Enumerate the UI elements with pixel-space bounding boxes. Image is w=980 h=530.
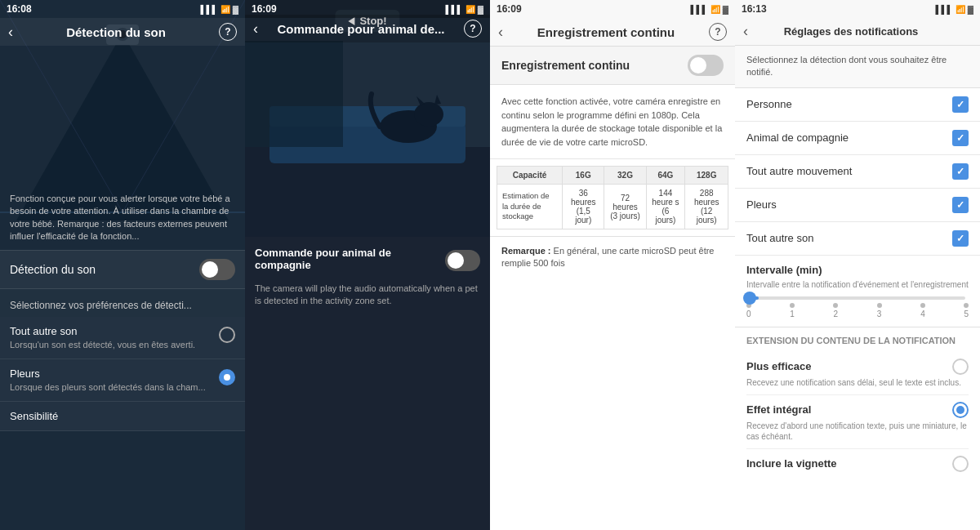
battery-icon-3: ▓ (723, 5, 728, 14)
slider-track[interactable] (750, 296, 965, 300)
radio-circle-1 (219, 327, 235, 343)
table-header-16g: 16G (563, 167, 604, 185)
signal-icon-4: ▌▌▌ (935, 5, 952, 14)
slider-label-4: 4 (920, 310, 925, 318)
checkbox-pleurs (952, 197, 969, 213)
continuous-rec-toggle[interactable] (688, 55, 724, 76)
detection-toggle-label: Détection du son (10, 263, 96, 276)
status-bar-4: 16:13 ▌▌▌ 📶 ▓ (735, 0, 980, 18)
radio-option-title-2: Effet intégral (746, 403, 811, 416)
radio-outline-3 (952, 456, 969, 472)
panel1-title: Détection du son (13, 25, 219, 39)
time-4: 16:13 (742, 3, 767, 15)
radio-inclure-vignette[interactable]: Inclure la vignette (746, 449, 969, 479)
option-text-2: Pleurs Lorsque des pleurs sont détectés … (10, 367, 212, 393)
notification-intro: Sélectionnez la détection dont vous souh… (735, 46, 980, 88)
storage-table-wrapper: Capacité 16G 32G 64G 128G Estimation de … (490, 159, 735, 237)
radio-option-title-1: Plus efficace (746, 360, 812, 372)
radio-outline-2 (952, 402, 969, 418)
battery-icon-2: ▓ (478, 5, 483, 14)
slider-label-1: 1 (790, 310, 795, 318)
panel-detection-son: 16:08 ▌▌▌ 📶 ▓ ‹ Détection du son ? (0, 0, 245, 530)
radio-option-header-1: Plus efficace (746, 359, 969, 375)
check-personne[interactable]: Personne (735, 88, 980, 122)
panel1-description: Fonction conçue pour vous alerter lorsqu… (0, 46, 245, 250)
option-title-2: Pleurs (10, 367, 212, 380)
wifi-icon-4: 📶 (956, 5, 965, 14)
checkbox-mouvement (952, 163, 969, 180)
sensibility-label: Sensibilité (10, 410, 58, 422)
remark-title: Remarque : (501, 246, 551, 256)
interval-title: Intervalle (min) (746, 264, 969, 276)
table-header-64g: 64G (646, 167, 685, 185)
table-cell-32g: 72 heures (3 jours) (604, 185, 646, 229)
pet-toggle[interactable] (445, 250, 480, 271)
option-tout-autre-son[interactable]: Tout autre son Lorsqu'un son est détecté… (0, 317, 245, 359)
sensibility-row[interactable]: Sensibilité (0, 402, 245, 431)
option-text-1: Tout autre son Lorsqu'un son est détecté… (10, 325, 212, 350)
radio-option-desc-2: Recevez d'abord une notification texte, … (746, 421, 969, 442)
panel4-header: ‹ Réglages des notifications (735, 18, 980, 46)
pet-toggle-row: Commande pour animal de compagnie (255, 247, 480, 274)
interval-desc: Intervalle entre la notification d'événe… (746, 279, 969, 290)
check-animal[interactable]: Animal de compagnie (735, 122, 980, 155)
status-icons-1: ▌▌▌ 📶 ▓ (200, 5, 238, 14)
option-pleurs[interactable]: Pleurs Lorsque des pleurs sont détectés … (0, 359, 245, 402)
check-pleurs[interactable]: Pleurs (735, 189, 980, 222)
slider-dots (746, 303, 969, 308)
time-1: 16:08 (7, 3, 32, 15)
radio-option-desc-1: Recevez une notification sans délai, seu… (746, 377, 969, 388)
section-title-row: Sélectionnez vos préférences de détecti.… (0, 289, 245, 317)
slider-label-3: 3 (877, 310, 882, 318)
detection-toggle[interactable] (199, 259, 235, 280)
table-row: Estimation de la durée de stockage 36 he… (497, 185, 728, 229)
slider-labels: 0 1 2 3 4 5 (746, 310, 969, 318)
panel1-content: Fonction conçue pour vous alerter lorsqu… (0, 46, 245, 530)
option-title-1: Tout autre son (10, 325, 212, 337)
check-mouvement[interactable]: Tout autre mouvement (735, 155, 980, 189)
time-2: 16:09 (252, 3, 277, 15)
panel-notification-settings: 16:13 ▌▌▌ 📶 ▓ ‹ Réglages des notificatio… (735, 0, 980, 530)
panel2-header: ‹ Commande pour animal de... ? (245, 15, 490, 42)
panel2-title: Commande pour animal de... (258, 22, 464, 36)
panel2-content: Commande pour animal de compagnie The ca… (245, 237, 490, 530)
checkbox-tout-son (952, 230, 969, 247)
panel1-header: ‹ Détection du son ? (0, 18, 245, 46)
table-header-label: Capacité (497, 167, 563, 185)
pet-command-title: Commande pour animal de compagnie (255, 247, 445, 271)
status-icons-4: ▌▌▌ 📶 ▓ (935, 5, 973, 14)
table-cell-label: Estimation de la durée de stockage (497, 185, 563, 229)
battery-icon-4: ▓ (968, 5, 973, 14)
extension-title: Extension du contenu de la notification (746, 336, 969, 345)
help-button-1[interactable]: ? (219, 23, 237, 41)
help-button-3[interactable]: ? (709, 23, 727, 41)
radio-plus-efficace[interactable]: Plus efficace Recevez une notification s… (746, 352, 969, 395)
slider-thumb[interactable] (743, 292, 756, 305)
radio-effet-integral[interactable]: Effet intégral Recevez d'abord une notif… (746, 395, 969, 449)
detection-toggle-row: Détection du son (0, 250, 245, 289)
check-label-personne: Personne (746, 98, 792, 110)
remark-section: Remarque : En général, une carte microSD… (490, 237, 735, 278)
status-icons-2: ▌▌▌ 📶 ▓ (445, 5, 483, 14)
continuous-rec-label: Enregistrement continu (501, 59, 630, 72)
slider-dot-4 (920, 303, 925, 308)
check-label-tout-son: Tout autre son (746, 232, 813, 244)
check-tout-son[interactable]: Tout autre son (735, 222, 980, 256)
panel3-header: ‹ Enregistrement continu ? (490, 18, 735, 47)
table-cell-64g: 144 heure s (6 jours) (646, 185, 685, 229)
checkbox-animal (952, 130, 969, 146)
table-header-128g: 128G (685, 167, 728, 185)
extension-section: Extension du contenu de la notification … (735, 327, 980, 487)
continuous-rec-toggle-row: Enregistrement continu (490, 47, 735, 85)
storage-table: Capacité 16G 32G 64G 128G Estimation de … (497, 166, 728, 229)
slider-label-0: 0 (746, 310, 751, 318)
panel3-title: Enregistrement continu (503, 25, 709, 39)
help-button-2[interactable]: ? (464, 20, 482, 38)
panel-pet-command: 16:09 ▌▌▌ 📶 ▓ ‹ Commande pour animal de.… (245, 0, 490, 530)
checkbox-personne (952, 96, 969, 113)
battery-icon-1: ▓ (233, 5, 238, 14)
signal-icon-2: ▌▌▌ (445, 5, 462, 14)
signal-icon-3: ▌▌▌ (690, 5, 707, 14)
radio-circle-2 (219, 369, 235, 385)
signal-icon-1: ▌▌▌ (200, 5, 217, 14)
